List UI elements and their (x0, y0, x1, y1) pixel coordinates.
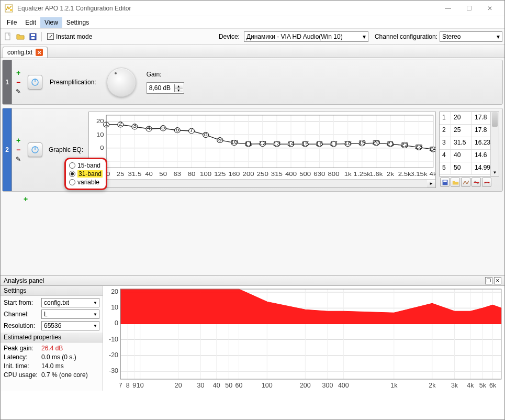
svg-text:7: 7 (189, 127, 193, 134)
estimated-header: Estimated properties (1, 333, 103, 342)
svg-text:4: 4 (147, 125, 151, 131)
svg-text:50: 50 (225, 382, 232, 389)
chevron-down-icon: ▾ (363, 33, 366, 40)
close-panel-button[interactable]: ✕ (494, 277, 501, 284)
add-icon[interactable]: + (14, 69, 23, 77)
gain-input[interactable] (147, 84, 174, 92)
close-button[interactable]: ✕ (479, 2, 500, 15)
panel-tools: + − ✎ (12, 60, 25, 104)
edit-icon[interactable]: ✎ (14, 155, 23, 163)
svg-text:3: 3 (133, 123, 137, 129)
start-from-combo[interactable]: config.txt▼ (41, 298, 99, 307)
init-time-label: Init. time: (4, 362, 38, 370)
instant-mode-label: Instant mode (56, 33, 92, 40)
save-file-button[interactable] (28, 31, 38, 42)
svg-text:25: 25 (117, 171, 125, 178)
svg-text:8: 8 (126, 382, 130, 389)
power-button[interactable] (28, 142, 42, 157)
maximize-button[interactable]: ☐ (458, 2, 479, 15)
analysis-graph[interactable]: 20100-10-20-3078910203040506010020030040… (103, 286, 504, 391)
instant-mode-checkbox[interactable]: ✓ Instant mode (47, 33, 92, 40)
svg-text:22: 22 (401, 141, 409, 148)
svg-text:0: 0 (115, 320, 118, 327)
tab-label: config.txt (7, 49, 32, 56)
menu-bar: File Edit View Settings (1, 16, 504, 29)
eq-horizontal-scrollbar[interactable]: ◄► (89, 179, 435, 187)
svg-text:-30: -30 (109, 367, 118, 374)
device-combo[interactable]: Динамики - VIA HD Audio(Win 10) ▾ (244, 31, 368, 42)
band-31-radio[interactable]: 31-band (69, 170, 103, 178)
latency-value: 0.0 ms (0 s.) (41, 353, 76, 361)
svg-text:315: 315 (271, 171, 283, 178)
svg-text:2k: 2k (387, 171, 395, 178)
peak-gain-value: 26.4 dB (41, 345, 63, 352)
svg-text:80: 80 (188, 171, 196, 178)
channel-config-combo[interactable]: Stereo ▾ (440, 31, 502, 42)
svg-text:15: 15 (301, 140, 309, 147)
add-panel-button[interactable]: + (21, 195, 30, 203)
remove-icon[interactable]: − (14, 78, 23, 86)
svg-text:100: 100 (200, 171, 211, 178)
close-tab-icon[interactable]: ✕ (36, 49, 43, 56)
open-preset-button[interactable] (451, 178, 460, 187)
save-preset-button[interactable] (440, 178, 450, 187)
svg-text:100: 100 (262, 382, 273, 389)
svg-text:7: 7 (119, 382, 122, 389)
reset-button[interactable] (482, 178, 491, 187)
graphic-eq-label: Graphic EQ: (49, 146, 85, 153)
svg-text:125: 125 (214, 171, 226, 178)
menu-edit[interactable]: Edit (21, 17, 40, 28)
cpu-usage-label: CPU usage: (4, 371, 38, 379)
svg-text:16: 16 (316, 140, 323, 147)
spin-buttons[interactable]: ▲▼ (174, 84, 183, 92)
svg-text:2k: 2k (429, 382, 436, 389)
tab-bar: config.txt ✕ (1, 45, 504, 58)
power-button[interactable] (28, 75, 42, 90)
svg-text:800: 800 (328, 171, 339, 178)
add-icon[interactable]: + (14, 136, 23, 145)
dock-button[interactable]: ❐ (485, 277, 492, 284)
svg-text:9: 9 (218, 136, 222, 143)
svg-text:12: 12 (259, 140, 266, 147)
eq-vertical-scrollbar[interactable]: ▲▼ (490, 112, 499, 176)
svg-text:1k: 1k (344, 171, 352, 178)
device-value: Динамики - VIA HD Audio(Win 10) (246, 33, 343, 40)
svg-text:400: 400 (338, 382, 349, 389)
svg-text:10: 10 (230, 139, 238, 146)
edit-icon[interactable]: ✎ (14, 87, 23, 96)
svg-text:40: 40 (145, 171, 153, 178)
panel-tools: + − ✎ (12, 108, 25, 191)
svg-text:3.15k: 3.15k (410, 171, 428, 178)
eq-graph[interactable]: 20100-10202531.5405063801001251602002503… (88, 112, 436, 188)
open-file-button[interactable] (15, 31, 26, 42)
svg-text:-20: -20 (109, 351, 118, 359)
svg-text:14: 14 (287, 140, 295, 147)
normalize-button[interactable] (472, 178, 481, 187)
menu-view[interactable]: View (40, 17, 62, 28)
gain-knob[interactable] (104, 64, 139, 100)
gain-label: Gain: (147, 71, 184, 78)
svg-text:1.6k: 1.6k (369, 171, 383, 178)
band-type-popup: 15-band 31-band variable (64, 158, 107, 190)
menu-settings[interactable]: Settings (62, 17, 93, 28)
minimize-button[interactable]: — (437, 2, 458, 15)
eq-band-table[interactable]: 12017.822517.8331.516.2344014.655014.99 … (439, 112, 499, 176)
gain-spinbox[interactable]: ▲▼ (147, 82, 184, 94)
svg-text:20: 20 (111, 288, 118, 295)
invert-button[interactable] (461, 178, 470, 187)
analysis-chart: 20100-10-20-3078910203040506010020030040… (103, 286, 504, 391)
band-variable-radio[interactable]: variable (69, 178, 103, 186)
svg-text:40: 40 (213, 382, 220, 389)
new-file-button[interactable] (3, 31, 13, 42)
remove-icon[interactable]: − (14, 146, 23, 154)
svg-text:2.5k: 2.5k (398, 171, 412, 178)
svg-text:9: 9 (132, 382, 136, 389)
tab-config[interactable]: config.txt ✕ (3, 47, 48, 58)
svg-text:5: 5 (161, 124, 165, 131)
resolution-combo[interactable]: 65536▼ (41, 321, 99, 330)
svg-text:19: 19 (358, 139, 366, 146)
panel-preamplification: 1 + − ✎ Preamplification: Gain: ▲▼ (2, 60, 503, 105)
menu-file[interactable]: File (3, 17, 21, 28)
channel-combo[interactable]: L▼ (41, 310, 99, 319)
band-15-radio[interactable]: 15-band (69, 161, 103, 170)
